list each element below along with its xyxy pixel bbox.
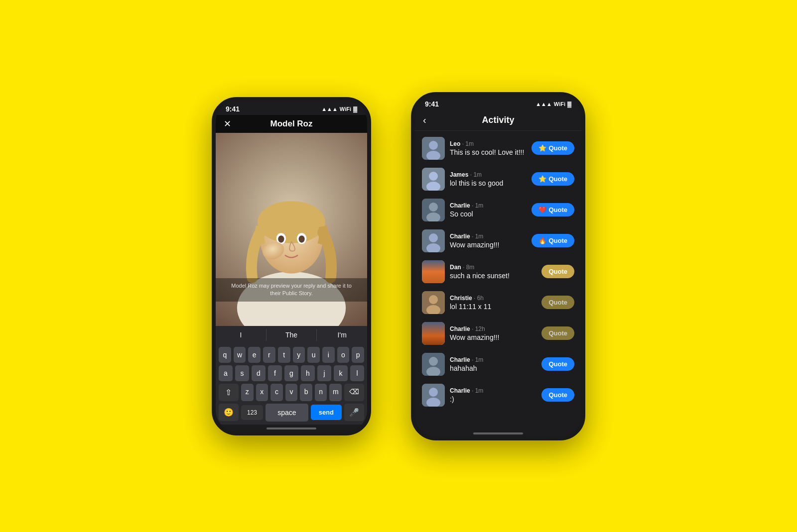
kb-z[interactable]: z [241, 384, 254, 401]
kb-mic[interactable]: 🎤 [344, 404, 364, 421]
disclaimer-text: Model Roz may preview your reply and sha… [216, 278, 367, 302]
activity-time: · 1m [472, 356, 483, 363]
kb-a[interactable]: a [219, 365, 233, 381]
quote-label: Quote [548, 268, 567, 275]
quote-button[interactable]: 🔥 Quote [531, 234, 574, 247]
activity-content: Dan · 8m such a nice sunset! [450, 264, 536, 280]
quote-label: Quote [548, 360, 567, 368]
signal-icon: ▲▲▲ [321, 106, 338, 112]
kb-row-3: ⇧ z x c v b n m ⌫ [219, 384, 364, 401]
kb-o[interactable]: o [337, 347, 350, 363]
kb-y[interactable]: y [293, 347, 305, 363]
kb-m[interactable]: m [329, 384, 342, 401]
quote-label: Quote [548, 299, 567, 306]
activity-meta: Leo · 1m [450, 140, 527, 147]
phone-2: 9:41 ▲▲▲ WiFi ▓ ‹ Activity [411, 92, 585, 440]
autocomplete-im[interactable]: I'm [317, 329, 367, 341]
activity-content: Leo · 1m This is so cool! Love it!!! [450, 140, 527, 156]
quote-button[interactable]: ❤️ Quote [531, 203, 574, 216]
activity-item: James · 1m lol this is so good ⭐ Quote [415, 164, 581, 195]
phone1-content: ✕ Model Roz [216, 115, 367, 431]
kb-t[interactable]: t [278, 347, 290, 363]
kb-f[interactable]: f [268, 365, 282, 381]
kb-bottom-row: 🙂 123 space send 🎤 [219, 404, 364, 422]
activity-message: hahahah [450, 364, 536, 372]
kb-x[interactable]: x [256, 384, 268, 401]
activity-message: lol this is so good [450, 179, 527, 187]
phone2-content: ‹ Activity Leo · 1m Thi [415, 110, 581, 436]
quote-button[interactable]: ⭐ Quote [531, 172, 574, 186]
wifi-icon: WiFi [340, 106, 351, 112]
avatar [422, 291, 445, 314]
phone1-home-bar [216, 425, 367, 431]
kb-g[interactable]: g [284, 365, 298, 381]
kb-k[interactable]: k [334, 365, 348, 381]
quote-button[interactable]: Quote [541, 265, 574, 278]
quote-label: Quote [548, 144, 567, 152]
kb-b[interactable]: b [300, 384, 312, 401]
kb-n[interactable]: n [315, 384, 327, 401]
activity-list: Leo · 1m This is so cool! Love it!!! ⭐ Q… [415, 131, 581, 429]
back-button[interactable]: ‹ [423, 114, 426, 126]
kb-v[interactable]: v [285, 384, 298, 401]
svg-point-7 [278, 235, 284, 243]
kb-s[interactable]: s [235, 365, 249, 381]
activity-time: · 6h [474, 295, 484, 302]
kb-u[interactable]: u [307, 347, 320, 363]
kb-emoji[interactable]: 🙂 [219, 404, 239, 421]
activity-username: Charlie [450, 356, 470, 363]
avatar [422, 168, 445, 191]
activity-content: Charlie · 1m Wow amazing!!! [450, 233, 527, 249]
kb-h[interactable]: h [301, 365, 315, 381]
kb-d[interactable]: d [252, 365, 266, 381]
activity-username: James [450, 171, 468, 178]
kb-backspace[interactable]: ⌫ [344, 384, 364, 401]
activity-username: Charlie [450, 325, 470, 332]
autocomplete-i[interactable]: I [216, 329, 266, 341]
svg-point-14 [429, 172, 438, 181]
activity-meta: Charlie · 1m [450, 356, 536, 363]
time-2: 9:41 [425, 100, 439, 108]
kb-space[interactable]: space [266, 404, 308, 422]
activity-item: Charlie · 12h Wow amazing!!! Quote [415, 318, 581, 349]
signal-icon-2: ▲▲▲ [535, 101, 552, 107]
quote-label: Quote [548, 206, 567, 213]
kb-j[interactable]: j [317, 365, 331, 381]
quote-button[interactable]: ⭐ Quote [531, 141, 574, 155]
kb-c[interactable]: c [270, 384, 283, 401]
activity-message: lol 11:11 x 11 [450, 303, 536, 311]
kb-e[interactable]: e [248, 347, 261, 363]
activity-time: · 12h [472, 325, 485, 332]
wifi-icon-2: WiFi [554, 101, 565, 107]
activity-message: So cool [450, 210, 527, 218]
kb-i[interactable]: i [322, 347, 335, 363]
activity-username: Christie [450, 295, 472, 302]
activity-content: Charlie · 12h Wow amazing!!! [450, 325, 536, 341]
kb-w[interactable]: w [234, 347, 246, 363]
activity-content: James · 1m lol this is so good [450, 171, 527, 187]
quote-button[interactable]: Quote [541, 326, 574, 340]
autocomplete-the[interactable]: The [266, 329, 317, 341]
status-bar-1: 9:41 ▲▲▲ WiFi ▓ [216, 101, 367, 115]
kb-q[interactable]: q [219, 347, 231, 363]
activity-username: Charlie [450, 233, 470, 240]
kb-shift[interactable]: ⇧ [219, 384, 239, 401]
kb-row-2: a s d f g h j k l [219, 365, 364, 381]
activity-item: Christie · 6h lol 11:11 x 11 Quote [415, 287, 581, 318]
kb-r[interactable]: r [263, 347, 275, 363]
kb-123[interactable]: 123 [241, 405, 263, 420]
quote-button[interactable]: Quote [541, 357, 574, 371]
kb-send[interactable]: send [311, 405, 342, 420]
activity-meta: Christie · 6h [450, 295, 536, 302]
activity-meta: Charlie · 1m [450, 233, 527, 240]
avatar [422, 199, 445, 221]
quote-button[interactable]: Quote [541, 388, 574, 402]
quote-button[interactable]: Quote [541, 296, 574, 309]
avatar [422, 384, 445, 407]
kb-l[interactable]: l [350, 365, 364, 381]
activity-message: Wow amazing!!! [450, 333, 536, 341]
close-button[interactable]: ✕ [224, 118, 231, 129]
kb-p[interactable]: p [352, 347, 364, 363]
activity-content: Christie · 6h lol 11:11 x 11 [450, 295, 536, 311]
activity-content: Charlie · 1m hahahah [450, 356, 536, 372]
